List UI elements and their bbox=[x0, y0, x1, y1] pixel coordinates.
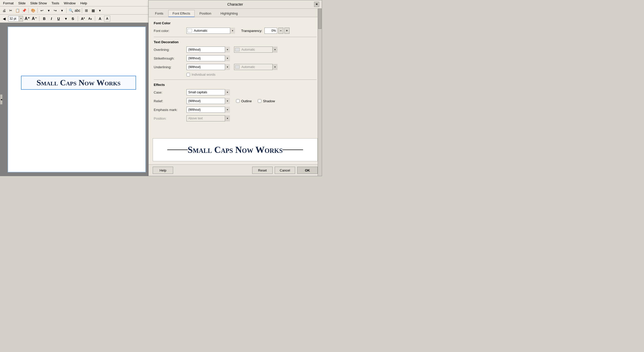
redo-arrow-button[interactable]: ▾ bbox=[59, 7, 65, 14]
divider-2 bbox=[154, 80, 317, 80]
spell-button[interactable]: abc bbox=[74, 7, 81, 14]
transparency-increase[interactable]: + bbox=[284, 28, 290, 34]
footer-right-buttons: Reset Cancel OK bbox=[252, 167, 318, 174]
decrease-font-btn[interactable]: A⁻ bbox=[31, 16, 37, 22]
effects-section-title: Effects bbox=[154, 83, 317, 87]
fontcolor-btn[interactable]: A bbox=[97, 16, 103, 22]
slide-area: Small Caps Now Works ◀ bbox=[0, 23, 148, 176]
font-color-select-wrapper: Automatic ▾ bbox=[186, 28, 235, 34]
slide-panel: Small Caps Now Works bbox=[8, 27, 146, 172]
outline-checkbox-wrapper: Outline bbox=[236, 99, 252, 103]
underline-btn[interactable]: U bbox=[55, 16, 62, 22]
individual-words-checkbox[interactable] bbox=[186, 73, 190, 76]
text-box-selected[interactable]: Small Caps Now Works bbox=[21, 76, 136, 90]
shadow-label: Shadow bbox=[263, 99, 275, 103]
dialog-footer: Help Reset Cancel OK bbox=[149, 164, 322, 176]
font-color-select[interactable]: Automatic bbox=[186, 28, 235, 34]
sep3 bbox=[66, 8, 66, 13]
overlining-color-select[interactable]: Automatic bbox=[234, 47, 277, 53]
emphasis-row: Emphasis mark: (Without) ▾ bbox=[154, 107, 317, 113]
overlining-row: Overlining: (Without) ▾ Automatic ▾ bbox=[154, 47, 317, 53]
shadow-checkbox[interactable] bbox=[258, 99, 261, 103]
underlining-color-select[interactable]: Automatic bbox=[234, 64, 277, 70]
panel-handle[interactable]: ◀ bbox=[0, 94, 3, 105]
underlining-select[interactable]: (Without) bbox=[186, 64, 230, 70]
cut-button[interactable]: ✂ bbox=[8, 7, 14, 14]
grid-btn[interactable]: ⊞ bbox=[83, 7, 90, 14]
subscript-btn[interactable]: A₂ bbox=[87, 16, 93, 22]
undo-arrow-button[interactable]: ▾ bbox=[46, 7, 52, 14]
cancel-button[interactable]: Cancel bbox=[275, 167, 295, 174]
emphasis-mark-label: Emphasis mark: bbox=[154, 108, 184, 112]
case-select-wrapper: Small capitals (Without) UPPERCASE lower… bbox=[186, 89, 230, 95]
strikethrough-label: Strikethrough: bbox=[154, 56, 184, 60]
font-size-box: ▾ bbox=[8, 16, 23, 21]
tab-position[interactable]: Position bbox=[195, 10, 216, 17]
strikethrough-row: Strikethrough: (Without) ▾ bbox=[154, 55, 317, 61]
case-select[interactable]: Small capitals (Without) UPPERCASE lower… bbox=[186, 89, 230, 95]
style-arrow-left[interactable]: ◀ bbox=[1, 16, 7, 22]
undo-button[interactable]: ↩ bbox=[39, 7, 45, 14]
individual-words-label: Individual words bbox=[192, 73, 215, 76]
dialog-titlebar: Character ✕ bbox=[149, 0, 322, 9]
preview-underline-left bbox=[167, 150, 188, 150]
transparency-wrapper: − + bbox=[264, 28, 290, 34]
preview-underline-right bbox=[283, 150, 303, 150]
sep4 bbox=[82, 8, 82, 13]
dialog-close-button[interactable]: ✕ bbox=[314, 2, 319, 7]
font-size-input[interactable] bbox=[8, 16, 19, 21]
bold-btn[interactable]: B bbox=[41, 16, 47, 22]
shadow-checkbox-wrapper: Shadow bbox=[258, 99, 275, 103]
scrollbar-track[interactable] bbox=[318, 8, 322, 176]
table-btn[interactable]: ▦ bbox=[90, 7, 96, 14]
preview-text: Small Caps Now Works bbox=[188, 144, 283, 155]
dialog-content: Font Color Font color: Automatic ▾ Trans… bbox=[149, 17, 322, 138]
outline-checkbox[interactable] bbox=[236, 99, 240, 103]
transparency-decrease[interactable]: − bbox=[278, 28, 283, 34]
position-select[interactable]: Above text bbox=[186, 115, 230, 121]
relief-select[interactable]: (Without) Embossed Engraved bbox=[186, 98, 230, 104]
superscript-btn[interactable]: A² bbox=[80, 16, 86, 22]
find-button[interactable]: 🔍 bbox=[68, 7, 74, 14]
relief-label: Relief: bbox=[154, 99, 184, 103]
divider-1 bbox=[154, 37, 317, 37]
italic-btn[interactable]: I bbox=[48, 16, 54, 22]
font-size-arrow[interactable]: ▾ bbox=[19, 16, 23, 21]
paste-button[interactable]: 📌 bbox=[21, 7, 27, 14]
menu-slide[interactable]: Slide bbox=[16, 1, 28, 6]
relief-select-wrapper: (Without) Embossed Engraved ▾ bbox=[186, 98, 230, 104]
emphasis-select[interactable]: (Without) bbox=[186, 107, 230, 113]
reset-button[interactable]: Reset bbox=[252, 167, 273, 174]
menu-help[interactable]: Help bbox=[78, 1, 89, 6]
font-color-label: Font color: bbox=[154, 29, 184, 33]
strikethrough-btn[interactable]: S bbox=[70, 16, 76, 22]
ok-button[interactable]: OK bbox=[297, 167, 318, 174]
tab-font-effects[interactable]: Font Effects bbox=[168, 10, 195, 17]
increase-font-btn[interactable]: A⁺ bbox=[24, 16, 30, 22]
emphasis-select-wrapper: (Without) ▾ bbox=[186, 107, 230, 113]
copy-button[interactable]: 📋 bbox=[14, 7, 20, 14]
help-button[interactable]: Help bbox=[153, 167, 173, 174]
preview-content: Small Caps Now Works bbox=[167, 144, 303, 155]
redo-button[interactable]: ↪ bbox=[52, 7, 58, 14]
overlining-select[interactable]: (Without) bbox=[186, 47, 230, 53]
paint-button[interactable]: 🎨 bbox=[30, 7, 36, 14]
menu-tools[interactable]: Tools bbox=[49, 1, 61, 6]
menu-format[interactable]: Format bbox=[1, 1, 16, 6]
strikethrough-select[interactable]: (Without) bbox=[186, 55, 230, 61]
menu-window[interactable]: Window bbox=[62, 1, 78, 6]
underline-arrow-btn[interactable]: ▾ bbox=[63, 16, 69, 22]
tab-highlighting[interactable]: Highlighting bbox=[216, 10, 242, 17]
table-arrow-btn[interactable]: ▾ bbox=[97, 7, 103, 14]
relief-row: Relief: (Without) Embossed Engraved ▾ Ou… bbox=[154, 98, 317, 104]
print-button[interactable]: 🖨 bbox=[1, 7, 7, 14]
menu-slideshow[interactable]: Slide Show bbox=[28, 1, 49, 6]
transparency-input[interactable] bbox=[264, 28, 277, 34]
sep5 bbox=[39, 16, 39, 21]
scrollbar-thumb[interactable] bbox=[318, 8, 321, 29]
charformat-btn[interactable]: A bbox=[104, 16, 110, 22]
tab-fonts[interactable]: Fonts bbox=[151, 10, 168, 17]
character-dialog: Character ✕ Fonts Font Effects Position … bbox=[148, 0, 322, 176]
individual-words-checkbox-wrapper: Individual words bbox=[186, 73, 215, 76]
overlining-color-wrapper: Automatic ▾ bbox=[234, 47, 277, 53]
